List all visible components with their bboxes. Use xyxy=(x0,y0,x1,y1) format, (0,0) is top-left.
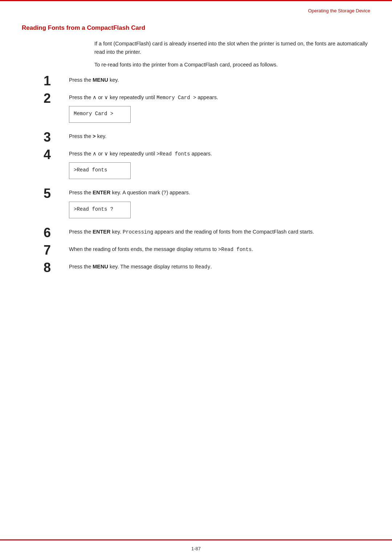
step-row-7: 7 When the reading of fonts ends, the me… xyxy=(44,245,370,257)
step1-bold-menu: MENU xyxy=(93,77,108,83)
step5-code-text: >Read fonts ? xyxy=(74,206,113,212)
step-number-5: 5 xyxy=(44,187,65,200)
step-content-8: Press the MENU key. The message display … xyxy=(65,263,370,273)
step3-bold-gt: > xyxy=(93,133,95,139)
step-text-4: Press the ∧ or ∨ key repeatedly until >R… xyxy=(69,150,370,158)
intro-block: If a font (CompactFlash) card is already… xyxy=(94,40,370,69)
step-text-8: Press the MENU key. The message display … xyxy=(69,263,370,271)
step2-mono-memorycard: Memory Card > xyxy=(156,95,196,101)
step6-bold-enter: ENTER xyxy=(93,229,110,235)
header-section-label: Operating the Storage Device xyxy=(308,8,370,13)
step-content-7: When the reading of fonts ends, the mess… xyxy=(65,245,370,256)
step-number-1: 1 xyxy=(44,74,65,88)
step-text-1: Press the MENU key. xyxy=(69,76,370,84)
step-content-2: Press the ∧ or ∨ key repeatedly until Me… xyxy=(65,93,370,126)
step4-mono-readfonts: >Read fonts xyxy=(156,151,190,157)
step-row-1: 1 Press the MENU key. xyxy=(44,76,370,88)
step8-bold-menu: MENU xyxy=(93,264,108,270)
page-header: Operating the Storage Device xyxy=(0,1,392,13)
page-number: 1-87 xyxy=(191,546,201,551)
step-number-3: 3 xyxy=(44,131,65,144)
step5-bold-enter: ENTER xyxy=(93,190,110,195)
step6-mono-processing: Processing xyxy=(123,229,153,235)
step4-code-text: >Read fonts xyxy=(74,167,107,173)
step5-mono-question: ? xyxy=(163,190,166,196)
step-content-1: Press the MENU key. xyxy=(65,76,370,86)
step-row-3: 3 Press the > key. xyxy=(44,132,370,144)
step-number-7: 7 xyxy=(44,244,65,257)
step-content-3: Press the > key. xyxy=(65,132,370,143)
step-text-7: When the reading of fonts ends, the mess… xyxy=(69,245,370,254)
step-row-4: 4 Press the ∧ or ∨ key repeatedly until … xyxy=(44,150,370,183)
step4-code-box: >Read fonts xyxy=(69,162,131,179)
step-row-6: 6 Press the ENTER key. Processing appear… xyxy=(44,228,370,239)
intro-para2: To re-read fonts into the printer from a… xyxy=(94,61,370,69)
step-number-4: 4 xyxy=(44,148,65,161)
step-text-2: Press the ∧ or ∨ key repeatedly until Me… xyxy=(69,93,370,102)
bottom-rule xyxy=(0,539,392,540)
step-text-5: Press the ENTER key. A question mark (?)… xyxy=(69,189,370,197)
step-row-2: 2 Press the ∧ or ∨ key repeatedly until … xyxy=(44,93,370,126)
step-number-6: 6 xyxy=(44,226,65,239)
step5-code-box: >Read fonts ? xyxy=(69,202,131,218)
step7-mono-readfonts: >Read fonts xyxy=(218,247,252,252)
step-number-2: 2 xyxy=(44,92,65,105)
page-footer: 1-87 xyxy=(0,546,392,551)
step-text-3: Press the > key. xyxy=(69,132,370,141)
top-rule xyxy=(0,0,392,1)
step-number-8: 8 xyxy=(44,261,65,274)
step-text-6: Press the ENTER key. Processing appears … xyxy=(69,228,370,236)
step-content-6: Press the ENTER key. Processing appears … xyxy=(65,228,370,238)
step-row-5: 5 Press the ENTER key. A question mark (… xyxy=(44,189,370,222)
intro-para1: If a font (CompactFlash) card is already… xyxy=(94,40,370,56)
step2-code-text: Memory Card > xyxy=(74,111,113,117)
step-content-4: Press the ∧ or ∨ key repeatedly until >R… xyxy=(65,150,370,183)
step2-code-box: Memory Card > xyxy=(69,106,131,123)
page-content: Reading Fonts from a CompactFlash Card I… xyxy=(0,13,392,302)
steps-container: 1 Press the MENU key. 2 Press the ∧ or ∨… xyxy=(44,76,370,274)
step8-mono-ready: Ready xyxy=(195,264,211,270)
step-row-8: 8 Press the MENU key. The message displa… xyxy=(44,263,370,274)
section-title: Reading Fonts from a CompactFlash Card xyxy=(22,24,370,32)
step-content-5: Press the ENTER key. A question mark (?)… xyxy=(65,189,370,222)
